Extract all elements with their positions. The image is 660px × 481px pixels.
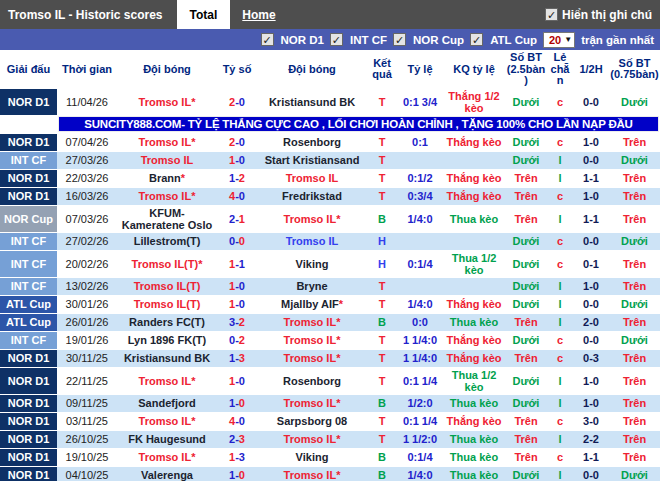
goals-25-cell: Trên [505,412,547,430]
checkbox-checked-icon[interactable]: ✓ [545,8,558,21]
match-count-select[interactable]: 20 ▼ [543,32,575,48]
odd-even-cell: l [547,430,573,448]
league-cell: NOR D1 [0,169,57,187]
halftime-cell: 1-0 [573,133,609,151]
star-marker: * [191,375,195,387]
goals-25-cell: Dưới [505,466,547,481]
score-cell: 2-1 [217,205,257,232]
match-row: INT CF13/02/26Tromso IL(T)1-0BryneTDướil… [0,277,660,295]
show-notes-label: Hiển thị ghi chú [562,8,652,22]
goals-25-cell: Trên [505,349,547,367]
league-filter-atl-cup[interactable]: ✓ATL Cup [470,33,537,46]
header-result: Kết quả [367,50,397,89]
star-marker: * [336,334,340,346]
page-title: Tromso IL - Historic scores [0,0,177,29]
league-cell: NOR Cup [0,205,57,232]
tab-total[interactable]: Total [177,0,231,29]
goals-25-cell: Dưới [505,394,547,412]
odds-result-cell: Thắng kèo [443,349,505,367]
team-name: Tromso IL [284,352,337,364]
away-team-cell: Tromso IL [257,232,367,250]
odds-result-cell: Thắng kèo [443,295,505,313]
goals-075-cell: Trên [609,205,660,232]
team-name: Kristiansund BK [269,96,355,108]
home-team-cell: Tromso IL* [117,367,217,394]
ad-banner[interactable]: SUNCITY888.COM- TỶ LỆ THẮNG CỰC CAO , LỐ… [58,116,659,132]
away-goals: 0 [239,190,245,202]
header-goals-25: Số BT (2.5bàn) [505,50,547,89]
checkbox-checked-icon[interactable]: ✓ [261,33,274,46]
away-team-cell: Tromso IL* [257,349,367,367]
home-team-cell: KFUM-Kameratene Oslo [117,205,217,232]
date-cell: 30/11/25 [57,349,117,367]
odd-even-cell: c [547,349,573,367]
away-goals: 0 [239,397,245,409]
date-cell: 19/01/26 [57,331,117,349]
score-cell: 3-2 [217,313,257,331]
team-name: Lyn 1896 FK(T) [128,334,206,346]
team-name: KFUM-Kameratene Oslo [122,207,212,231]
checkbox-checked-icon[interactable]: ✓ [330,33,343,46]
away-goals: 0 [239,469,245,481]
goals-25-cell: Trên [505,169,547,187]
league-filter-label: ATL Cup [490,34,537,46]
checkbox-checked-icon[interactable]: ✓ [393,33,406,46]
team-name: Tromso IL [284,213,337,225]
goals-075-cell: Trên [609,250,660,277]
result-cell: B [367,394,397,412]
match-row: NOR D111/04/26Tromso IL*2-0Kristiansund … [0,89,660,116]
league-filter-nor-d1[interactable]: ✓NOR D1 [261,33,324,46]
team-name: Sandefjord [138,397,195,409]
show-notes-toggle[interactable]: ✓ Hiển thị ghi chú [545,0,660,29]
odds-cell: 1 1/4:0 [397,349,443,367]
home-team-cell: Tromso IL [117,151,217,169]
header-goals-075: Số BT (0.75bàn) [609,50,660,89]
halftime-cell: 1-0 [573,187,609,205]
team-name: Tromso IL [284,397,337,409]
away-team-cell: Tromso IL* [257,466,367,481]
team-name: Tromso IL [286,172,339,184]
odd-even-cell: c [547,412,573,430]
date-cell: 09/11/25 [57,394,117,412]
team-name: Valerenga [141,469,193,481]
match-row: NOR D104/10/25Valerenga1-0Tromso IL*B1/4… [0,466,660,481]
star-marker: * [198,258,202,270]
date-cell: 27/02/26 [57,232,117,250]
odds-result-cell: Thua kèo [443,448,505,466]
match-row: NOR D119/10/25Tromso IL*1-3VikingB0:1/4T… [0,448,660,466]
team-name: Tromso IL [139,190,192,202]
away-team-cell: Mjallby AIF* [257,295,367,313]
home-team-cell: Valerenga [117,466,217,481]
team-name: Tromso IL [284,334,337,346]
goals-075-cell: Trên [609,277,660,295]
league-filter-int-cf[interactable]: ✓INT CF [330,33,387,46]
halftime-cell: 2-2 [573,430,609,448]
result-cell: H [367,250,397,277]
away-team-cell: Sarpsborg 08 [257,412,367,430]
league-filter-nor-cup[interactable]: ✓NOR Cup [393,33,464,46]
star-marker: * [191,96,195,108]
result-cell: T [367,277,397,295]
away-goals: 0 [239,154,245,166]
tab-home[interactable]: Home [230,0,287,29]
odds-cell [397,277,443,295]
halftime-cell: 0-0 [573,232,609,250]
score-cell: 1-1 [217,250,257,277]
goals-25-cell: Trên [505,205,547,232]
away-team-cell: Viking [257,448,367,466]
odds-cell: 0:1 1/4 [397,412,443,430]
star-marker: * [191,190,195,202]
odds-result-cell: Thắng kèo [443,187,505,205]
goals-075-cell: Trên [609,133,660,151]
checkbox-checked-icon[interactable]: ✓ [470,33,483,46]
match-row: NOR D103/11/25Tromso IL*4-0Sarpsborg 08T… [0,412,660,430]
team-name: Mjallby AIF [281,298,339,310]
odd-even-cell: c [547,133,573,151]
home-team-cell: Tromso IL* [117,187,217,205]
team-name: Kristiansund BK [124,352,210,364]
team-name: Tromso IL [284,316,337,328]
halftime-cell: 1-0 [573,367,609,394]
table-header: Giải đấu Thời gian Đội bóng Tỷ số Đội bó… [0,50,660,89]
odds-result-cell [443,277,505,295]
league-cell: NOR D1 [0,89,57,116]
